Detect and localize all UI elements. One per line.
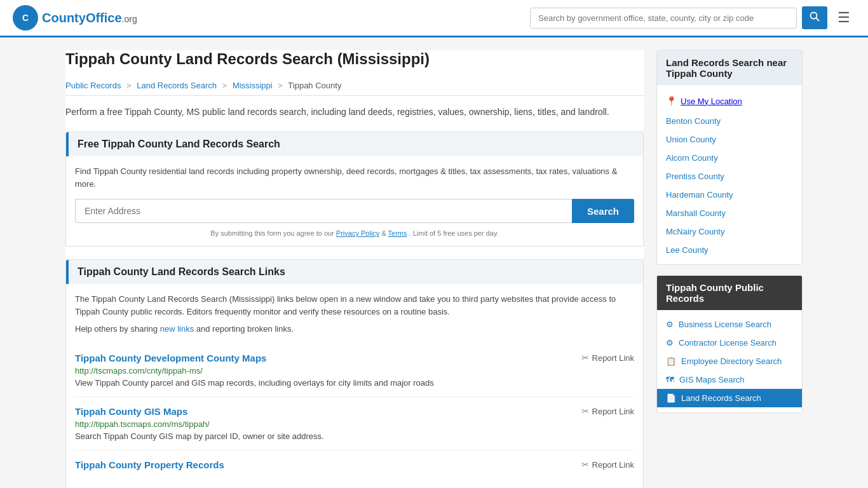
links-section-heading: Tippah County Land Records Search Links bbox=[66, 260, 643, 284]
breadcrumb-current: Tippah County bbox=[288, 81, 341, 90]
breadcrumb-public-records[interactable]: Public Records bbox=[65, 81, 121, 90]
links-section: Tippah County Land Records Search Links … bbox=[65, 259, 644, 488]
address-search-input[interactable] bbox=[75, 199, 572, 223]
sidebar-item-mcnairy[interactable]: McNairy County bbox=[657, 222, 802, 241]
sidebar-item-lee[interactable]: Lee County bbox=[657, 241, 802, 259]
logo-icon: C bbox=[13, 5, 38, 30]
use-location-link[interactable]: Use My Location bbox=[681, 97, 742, 106]
free-search-section: Free Tippah County Land Records Search F… bbox=[65, 132, 644, 247]
address-search-row: Search bbox=[75, 199, 634, 223]
link-title[interactable]: Tippah County GIS Maps bbox=[75, 406, 187, 417]
use-my-location[interactable]: 📍 Use My Location bbox=[657, 90, 802, 112]
map-icon: 🗺 bbox=[666, 375, 674, 384]
privacy-policy-link[interactable]: Privacy Policy bbox=[336, 229, 379, 237]
gear-icon: ⚙ bbox=[666, 338, 674, 348]
sidebar-item-gis-maps[interactable]: 🗺 GIS Maps Search bbox=[657, 370, 802, 389]
document-icon: 📄 bbox=[666, 393, 676, 403]
link-title[interactable]: Tippah County Development County Maps bbox=[75, 353, 266, 363]
sidebar-item-employee-directory[interactable]: 📋 Employee Directory Search bbox=[657, 352, 802, 370]
report-link-button[interactable]: ✂ Report Link bbox=[581, 406, 634, 416]
link-description: View Tippah County parcel and GIS map re… bbox=[75, 378, 634, 388]
free-search-heading: Free Tippah County Land Records Search bbox=[66, 132, 643, 156]
report-icon: ✂ bbox=[581, 406, 589, 416]
breadcrumb-mississippi[interactable]: Mississippi bbox=[233, 81, 273, 90]
gear-icon: ⚙ bbox=[666, 320, 674, 329]
link-url: http://tscmaps.com/cnty/tippah-ms/ bbox=[75, 366, 634, 376]
main-content: Tippah County Land Records Search (Missi… bbox=[65, 50, 644, 488]
list-icon: 📋 bbox=[666, 356, 676, 366]
header-search-area: ☰ bbox=[530, 6, 855, 29]
links-share-text: Help others by sharing new links and rep… bbox=[75, 324, 634, 334]
report-link-button[interactable]: ✂ Report Link bbox=[581, 459, 634, 470]
new-links-link[interactable]: new links bbox=[160, 324, 194, 334]
form-terms: By submitting this form you agree to our… bbox=[75, 229, 634, 237]
link-title[interactable]: Tippah County Property Records bbox=[75, 459, 224, 470]
svg-line-3 bbox=[817, 18, 820, 22]
free-search-description: Find Tippah County residential land reco… bbox=[75, 165, 634, 190]
public-records-heading: Tippah County Public Records bbox=[657, 276, 802, 310]
sidebar: Land Records Search near Tippah County 📍… bbox=[656, 50, 803, 488]
sidebar-item-business-license[interactable]: ⚙ Business License Search bbox=[657, 315, 802, 334]
site-header: C CountyOffice.org ☰ bbox=[0, 0, 868, 37]
page-container: Tippah County Land Records Search (Missi… bbox=[53, 37, 815, 488]
sidebar-item-marshall[interactable]: Marshall County bbox=[657, 204, 802, 222]
nearby-counties-box: Land Records Search near Tippah County 📍… bbox=[656, 50, 803, 265]
logo: C CountyOffice.org bbox=[13, 5, 137, 30]
sidebar-item-land-records[interactable]: 📄 Land Records Search bbox=[657, 389, 802, 407]
svg-text:C: C bbox=[22, 13, 29, 23]
link-item: Tippah County Property Records ✂ Report … bbox=[75, 451, 634, 482]
page-title: Tippah County Land Records Search (Missi… bbox=[65, 50, 644, 68]
logo-text: CountyOffice.org bbox=[42, 11, 137, 25]
sidebar-item-contractor-license[interactable]: ⚙ Contractor License Search bbox=[657, 334, 802, 352]
sidebar-item-prentiss[interactable]: Prentiss County bbox=[657, 167, 802, 186]
link-item: Tippah County GIS Maps ✂ Report Link htt… bbox=[75, 397, 634, 451]
nearby-counties-heading: Land Records Search near Tippah County bbox=[657, 51, 802, 85]
terms-link[interactable]: Terms bbox=[388, 229, 407, 237]
public-records-box: Tippah County Public Records ⚙ Business … bbox=[656, 275, 803, 413]
location-pin-icon: 📍 bbox=[666, 96, 677, 106]
sidebar-item-alcorn[interactable]: Alcorn County bbox=[657, 149, 802, 167]
links-section-description: The Tippah County Land Records Search (M… bbox=[75, 293, 634, 318]
header-search-input[interactable] bbox=[530, 8, 797, 29]
breadcrumb: Public Records > Land Records Search > M… bbox=[65, 76, 644, 96]
header-search-button[interactable] bbox=[802, 6, 827, 29]
address-search-submit[interactable]: Search bbox=[572, 199, 634, 223]
link-item: Tippah County Development County Maps ✂ … bbox=[75, 344, 634, 397]
page-description: Perform a free Tippah County, MS public … bbox=[65, 105, 644, 119]
svg-point-2 bbox=[811, 13, 817, 19]
sidebar-item-hardeman[interactable]: Hardeman County bbox=[657, 186, 802, 204]
breadcrumb-land-records[interactable]: Land Records Search bbox=[137, 81, 217, 90]
sidebar-item-union[interactable]: Union County bbox=[657, 130, 802, 149]
report-link-button[interactable]: ✂ Report Link bbox=[581, 353, 634, 363]
report-icon: ✂ bbox=[581, 459, 589, 470]
report-icon: ✂ bbox=[581, 353, 589, 363]
link-url: http://tippah.tscmaps.com/ms/tippah/ bbox=[75, 419, 634, 429]
hamburger-menu-button[interactable]: ☰ bbox=[832, 7, 855, 29]
link-description: Search Tippah County GIS map by parcel I… bbox=[75, 431, 634, 441]
sidebar-item-benton[interactable]: Benton County bbox=[657, 112, 802, 130]
